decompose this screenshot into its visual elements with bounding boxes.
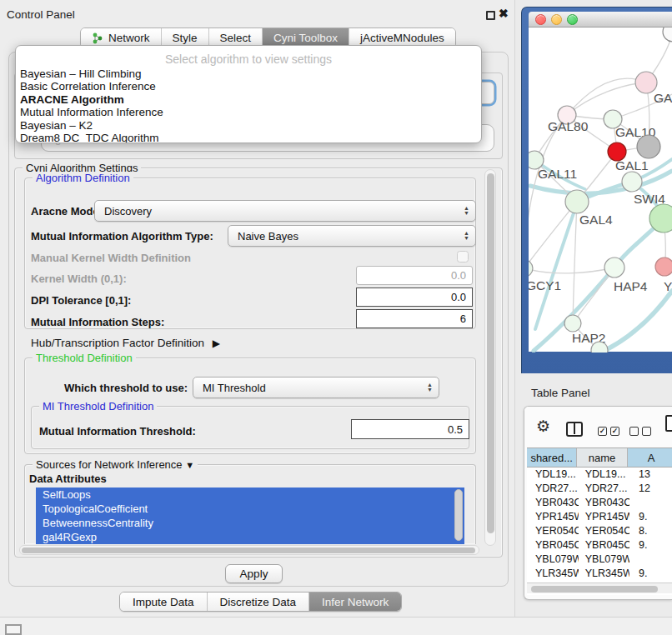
control-panel: Control Panel ✖ Network Style Select Cyn… — [0, 0, 515, 618]
table-cell: YER054C — [527, 524, 579, 538]
node-label: GAL1 — [615, 158, 649, 172]
scrollbar-thumb[interactable] — [22, 548, 475, 553]
table-row[interactable]: YBR045CYBR045C9. — [527, 538, 672, 552]
column-header-name[interactable]: name — [577, 448, 627, 467]
table-cell: YER054C — [579, 524, 629, 538]
table-panel: ⚙ ✓✓ shared... name A YDL19...YDL19...13… — [524, 406, 672, 600]
table-row[interactable]: YPR145WYPR145W9. — [527, 510, 672, 524]
scrollbar-thumb[interactable] — [531, 586, 658, 592]
zoom-window-icon[interactable] — [567, 14, 578, 25]
panel-title: Control Panel — [7, 8, 75, 21]
attribute-list-item[interactable]: gal4RGexp — [36, 530, 464, 544]
select-all-icon[interactable]: ✓✓ — [598, 427, 619, 436]
network-graph[interactable]: GALGAL80GAL10GAL1GAL11SWI4GAL4GCY1HAP4YH… — [529, 28, 672, 352]
node-label: GCY1 — [529, 278, 561, 292]
algorithm-option[interactable]: Mutual Information Inference — [16, 106, 481, 118]
table-cell: YPR145W — [527, 510, 579, 524]
table-row[interactable]: YBR043CYBR043C — [527, 496, 672, 510]
gear-icon[interactable]: ⚙ — [536, 417, 550, 436]
table-row[interactable]: YDL19...YDL19...13 — [527, 468, 672, 482]
mi-steps-field[interactable]: 6 — [356, 309, 473, 328]
table-cell: YPR145W — [579, 510, 629, 524]
node-label: GAL4 — [579, 212, 613, 227]
new-table-icon[interactable] — [665, 415, 672, 432]
node-hap2[interactable] — [564, 315, 581, 332]
data-attributes-label: Data Attributes — [29, 472, 107, 485]
table-cell: 13 — [629, 468, 672, 482]
node[interactable] — [649, 204, 672, 232]
scrollbar-thumb[interactable] — [487, 173, 494, 533]
aracne-mode-label: Aracne Mode: — [31, 205, 103, 218]
popup-items: Bayesian – Hill ClimbingBasic Correlatio… — [16, 68, 481, 143]
node[interactable] — [663, 28, 672, 42]
hub-section-header[interactable]: Hub/Transcription Factor Definition ▶ — [31, 337, 220, 349]
table-header-row: shared... name A — [527, 448, 672, 468]
table-cell: YBR043C — [527, 496, 579, 510]
network-window-titlebar[interactable] — [529, 12, 672, 28]
attribute-list-item[interactable]: BetweennessCentrality — [36, 516, 464, 530]
dpi-tolerance-field[interactable]: 0.0 — [356, 288, 473, 307]
attribute-list-item[interactable]: TopologicalCoefficient — [36, 502, 464, 516]
node-gal4[interactable] — [565, 190, 589, 213]
mi-threshold-title: MI Threshold Definition — [39, 400, 157, 412]
node-label: GAL80 — [548, 119, 589, 133]
table-body: YDL19...YDL19...13YDR27...YDR27...12YBR0… — [527, 468, 672, 595]
dpi-tolerance-label: DPI Tolerance [0,1]: — [31, 294, 131, 307]
split-view-icon[interactable] — [566, 422, 583, 437]
table-row[interactable]: YBL079WYBL079W — [527, 552, 672, 567]
tab-infer-network[interactable]: Infer Network — [309, 592, 401, 611]
table-row[interactable]: YER054CYER054C8. — [527, 524, 672, 538]
table-cell: YBR043C — [579, 496, 629, 510]
node-swi4[interactable] — [622, 172, 642, 192]
algorithm-option[interactable]: Dream8 DC_TDC Algorithm — [16, 132, 481, 143]
settings-vertical-scrollbar[interactable] — [484, 169, 496, 546]
algorithm-option[interactable]: Bayesian – K2 — [16, 119, 481, 132]
threshold-definition-title: Threshold Definition — [33, 352, 136, 364]
tab-network-label: Network — [108, 32, 150, 44]
deselect-all-icon[interactable] — [629, 427, 651, 436]
table-horizontal-scrollbar[interactable] — [527, 582, 672, 593]
table-cell: YBR045C — [579, 538, 629, 552]
close-panel-icon[interactable]: ✖ — [499, 7, 509, 20]
table-cell: 9. — [629, 538, 672, 552]
algorithm-popup-list: Select algorithm to view settings Bayesi… — [15, 45, 482, 143]
mi-type-select[interactable]: Naive Bayes ▲▼ — [228, 225, 476, 247]
algorithm-option[interactable]: ARACNE Algorithm — [16, 93, 481, 106]
tab-discretize-data[interactable]: Discretize Data — [208, 592, 310, 611]
node-table: shared... name A YDL19...YDL19...13YDR27… — [527, 448, 672, 595]
node-label: GAL — [654, 91, 672, 105]
which-threshold-select[interactable]: MI Threshold ▲▼ — [193, 377, 439, 398]
node-hap4[interactable] — [604, 258, 624, 278]
table-panel-title: Table Panel — [531, 387, 590, 399]
kernel-width-field[interactable]: 0.0 — [356, 266, 473, 285]
aracne-mode-select[interactable]: Discovery ▲▼ — [94, 200, 476, 222]
table-cell — [629, 552, 672, 567]
attribute-list-item[interactable]: SelfLoops — [36, 488, 464, 502]
node-gcy1[interactable] — [529, 260, 533, 277]
node[interactable] — [637, 135, 660, 158]
node-label: Y — [664, 279, 672, 293]
table-row[interactable]: YDR27...YDR27...12 — [527, 482, 672, 496]
tab-impute-data[interactable]: Impute Data — [120, 592, 208, 611]
close-window-icon[interactable] — [535, 14, 546, 25]
table-cell: YDL19... — [579, 468, 629, 482]
minimize-window-icon[interactable] — [551, 14, 562, 25]
node-label: HAP4 — [614, 279, 648, 293]
algorithm-option[interactable]: Basic Correlation Inference — [16, 80, 481, 92]
mi-threshold-field[interactable]: 0.5 — [351, 419, 469, 439]
column-header-shared-name[interactable]: shared... — [527, 448, 577, 467]
manual-kernel-checkbox[interactable] — [457, 251, 469, 262]
float-panel-icon[interactable] — [486, 11, 495, 20]
algorithm-option[interactable]: Bayesian – Hill Climbing — [16, 68, 481, 80]
sources-title[interactable]: Sources for Network Inference ▼ — [33, 458, 198, 471]
apply-button[interactable]: Apply — [225, 564, 283, 583]
settings-horizontal-scrollbar[interactable] — [19, 545, 479, 555]
list-scrollbar[interactable] — [454, 489, 463, 541]
column-header-partial[interactable]: A — [628, 448, 672, 467]
table-row[interactable]: YLR345WYLR345W9. — [527, 567, 672, 581]
docked-panel-icon[interactable] — [5, 624, 22, 635]
node-y[interactable] — [655, 258, 672, 276]
table-toolbar: ⚙ ✓✓ — [524, 407, 672, 447]
data-attributes-list[interactable]: SelfLoopsTopologicalCoefficientBetweenne… — [36, 488, 464, 544]
table-cell: 9. — [629, 510, 672, 524]
